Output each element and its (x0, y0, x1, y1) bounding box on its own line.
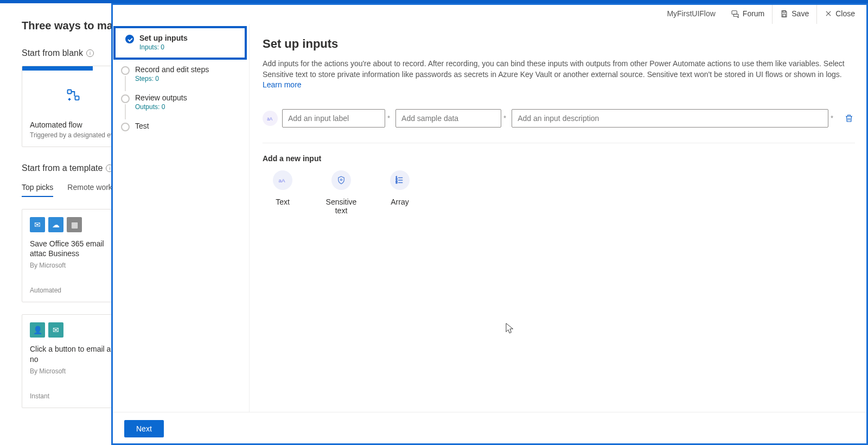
content-title: Set up inputs (263, 37, 855, 51)
save-button[interactable]: Save (772, 3, 816, 24)
svg-rect-2 (732, 11, 737, 15)
step-review-outputs[interactable]: Review outputs Outputs: 0 (111, 88, 249, 116)
forum-button[interactable]: Forum (723, 3, 772, 24)
text-type-icon: aA (263, 111, 278, 126)
person-icon: 👤 (30, 322, 45, 338)
shield-icon (331, 170, 351, 190)
template-type: Automated (30, 287, 117, 294)
card-title: Automated flow (30, 120, 117, 129)
input-label-field[interactable] (282, 109, 385, 128)
content-description: Add inputs for the actions you're about … (263, 59, 855, 91)
info-icon: i (86, 49, 94, 57)
ui-flow-modal: MyFirstUIFlow Forum Save Close Set up in… (111, 3, 868, 445)
outlook-icon: ✉ (30, 217, 45, 232)
card-subtitle: Triggered by a designated ev (30, 131, 117, 139)
svg-rect-4 (783, 14, 786, 17)
modal-footer: Next (111, 412, 868, 445)
list-icon: 123 (390, 170, 410, 190)
wizard-stepper: Set up inputs Inputs: 0 Record and edit … (111, 24, 250, 412)
misc-icon: ▦ (67, 217, 82, 232)
input-description-field[interactable] (512, 109, 828, 128)
template-title: Click a button to email a no (30, 344, 117, 364)
template-by: By Microsoft (30, 367, 117, 375)
svg-text:aA: aA (267, 116, 273, 121)
mail-icon: ✉ (48, 322, 63, 338)
step-circle-icon (121, 94, 130, 103)
add-array-input[interactable]: 123 Array (380, 170, 420, 215)
save-icon (780, 10, 788, 18)
cursor-icon (506, 323, 514, 335)
template-card-2[interactable]: 👤 ✉ Click a button to email a no By Micr… (22, 314, 125, 408)
add-text-input[interactable]: aA Text (263, 170, 303, 215)
required-mark: * (503, 114, 506, 122)
flow-plus-icon (66, 88, 81, 103)
tab-top-picks[interactable]: Top picks (22, 183, 53, 197)
add-sensitive-text-input[interactable]: Sensitive text (321, 170, 361, 215)
svg-text:3: 3 (396, 181, 398, 184)
template-by: By Microsoft (30, 262, 117, 269)
step-test[interactable]: Test (111, 116, 249, 136)
step-record-edit[interactable]: Record and edit steps Steps: 0 (111, 60, 249, 88)
sample-data-field[interactable] (395, 109, 501, 128)
add-new-input-heading: Add a new input (263, 154, 855, 163)
svg-rect-0 (68, 90, 72, 94)
step-done-icon (125, 35, 134, 43)
modal-content: Set up inputs Add inputs for the actions… (250, 24, 868, 412)
close-icon (825, 10, 832, 17)
flow-name-label: MyFirstUIFlow (667, 9, 723, 18)
template-card-1[interactable]: ✉ ☁ ▦ Save Office 365 email attac Busine… (22, 209, 125, 302)
onedrive-icon: ☁ (48, 217, 63, 232)
svg-point-7 (341, 179, 342, 181)
close-button[interactable]: Close (816, 3, 863, 24)
learn-more-link[interactable]: Learn more (263, 80, 302, 89)
forum-icon (731, 9, 739, 18)
step-setup-inputs[interactable]: Set up inputs Inputs: 0 (113, 26, 247, 60)
svg-text:aA: aA (279, 177, 285, 183)
step-circle-icon (121, 123, 130, 131)
template-type: Instant (30, 392, 117, 400)
step-circle-icon (121, 66, 130, 75)
text-icon: aA (273, 170, 292, 190)
tab-remote-work[interactable]: Remote work (67, 183, 112, 197)
delete-input-button[interactable] (844, 113, 855, 124)
template-title: Save Office 365 email attac Business (30, 239, 117, 258)
input-definition-row: aA * * * (263, 109, 855, 143)
svg-rect-3 (783, 10, 786, 12)
automated-flow-card[interactable]: Automated flow Triggered by a designated… (22, 66, 125, 147)
modal-header: MyFirstUIFlow Forum Save Close (111, 3, 868, 24)
next-button[interactable]: Next (124, 420, 164, 437)
required-mark: * (387, 114, 390, 122)
svg-rect-1 (75, 96, 79, 100)
required-mark: * (831, 114, 833, 122)
